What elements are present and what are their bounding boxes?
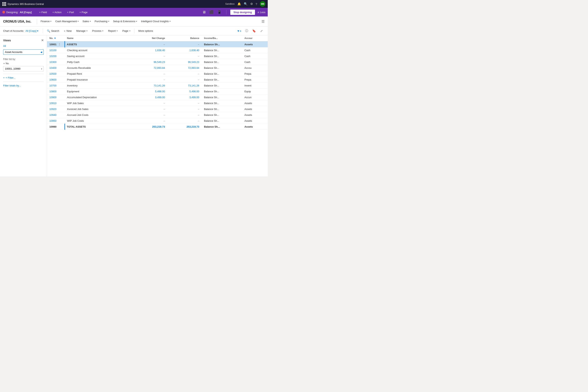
bookmark-button[interactable]: 🔖 bbox=[251, 28, 257, 34]
nav-cash-management[interactable]: Cash Management ▾ bbox=[53, 16, 80, 27]
dash-value: – bbox=[198, 114, 199, 116]
nav-purchasing[interactable]: Purchasing ▾ bbox=[93, 16, 111, 27]
account-type-value: Prepa bbox=[242, 71, 268, 77]
col-net-change[interactable]: Net Change bbox=[132, 35, 167, 41]
settings-icon[interactable]: ⚙ bbox=[250, 2, 253, 6]
notification-icon[interactable]: 🔔 bbox=[237, 2, 241, 6]
user-avatar[interactable]: MB bbox=[260, 1, 266, 7]
col-balance[interactable]: Balance bbox=[168, 35, 202, 41]
nav-finance[interactable]: Finance ▾ bbox=[38, 16, 53, 27]
help-icon[interactable]: ? bbox=[256, 2, 257, 6]
filter-value-select[interactable]: 10001..10990 bbox=[3, 66, 44, 71]
net-change-value: 1,638.40 bbox=[132, 48, 167, 53]
account-no-link[interactable]: 10600 bbox=[47, 77, 65, 82]
net-change-value: – bbox=[132, 106, 167, 112]
dash-value: – bbox=[198, 55, 199, 58]
close-views-button[interactable]: ✕ bbox=[41, 38, 44, 42]
col-account[interactable]: Accour bbox=[242, 35, 268, 41]
new-button[interactable]: + New bbox=[62, 28, 74, 34]
table-row[interactable]: 10910WIP Job Sales––Balance Sh...Assets bbox=[47, 100, 268, 106]
desktop-device-icon[interactable]: 🖥 bbox=[202, 10, 206, 15]
add-part-button[interactable]: + Part bbox=[64, 8, 77, 16]
chevron-down-icon: ▾ bbox=[136, 20, 137, 22]
table-row[interactable]: 10950WIP Job Costs––Balance Sh...Assets bbox=[47, 118, 268, 124]
design-active-dot bbox=[2, 11, 5, 14]
dash-value: – bbox=[164, 72, 165, 75]
account-no-link[interactable]: 10950 bbox=[47, 118, 65, 124]
nav-cloud-insights[interactable]: Intelligent Cloud Insights ▾ bbox=[139, 16, 172, 27]
table-row[interactable]: 10900Accumulated Depreciation3,499.003,4… bbox=[47, 94, 268, 100]
table-row[interactable]: 10920Invoiced Job Sales––Balance Sh...As… bbox=[47, 106, 268, 112]
stop-designing-button[interactable]: Stop designing bbox=[230, 10, 255, 15]
table-row[interactable]: 10700Inventory73,141.2673,141.26Balance … bbox=[47, 83, 268, 88]
report-button[interactable]: Report ▾ bbox=[106, 28, 120, 34]
views-name-input[interactable] bbox=[3, 50, 44, 55]
table-row[interactable]: 10300Petty Cash96,549.2396,549.23Balance… bbox=[47, 59, 268, 65]
expand-button[interactable]: ⤢ bbox=[258, 28, 264, 34]
account-type-value: Assets bbox=[242, 41, 268, 48]
add-field-button[interactable]: + Field bbox=[36, 8, 50, 16]
col-no[interactable]: No. ▼ bbox=[47, 35, 65, 41]
account-no-link[interactable]: 10100 bbox=[47, 48, 65, 53]
account-no-link[interactable]: 10500 bbox=[47, 71, 65, 77]
tablet-portrait-icon[interactable]: 📱 bbox=[216, 9, 222, 15]
table-row[interactable]: 10500Prepaid Rent––Balance Sh...Prepa bbox=[47, 71, 268, 77]
less-button[interactable]: ∧ Less bbox=[257, 11, 266, 14]
add-filter-link[interactable]: + + Filter... bbox=[3, 76, 44, 79]
table-row[interactable]: 10990TOTAL ASSETS253,219.73253,219.73Bal… bbox=[47, 124, 268, 130]
account-no-link[interactable]: 10920 bbox=[47, 106, 65, 112]
balance-value: 5,498.00 bbox=[168, 88, 202, 94]
waffle-icon[interactable] bbox=[2, 2, 6, 6]
table-row[interactable]: 10940Accrued Job Costs––Balance Sh...Ass… bbox=[47, 112, 268, 118]
table-row[interactable]: 10600Prepaid Insurance––Balance Sh...Pre… bbox=[47, 77, 268, 83]
menu-bar: CRONUS USA, Inc. Finance ▾ Cash Manageme… bbox=[0, 16, 268, 27]
col-income[interactable]: Income/Ba... bbox=[202, 35, 242, 41]
account-no-link[interactable]: 10900 bbox=[47, 94, 65, 100]
account-no-link[interactable]: 10200 bbox=[47, 53, 65, 59]
more-options-button[interactable]: More options bbox=[136, 28, 155, 34]
table-row[interactable]: 10800Equipment5,498.005,498.00Balance Sh… bbox=[47, 88, 268, 94]
filter-totals-link[interactable]: Filter totals by... bbox=[3, 84, 44, 87]
nav-setup-extensions[interactable]: Setup & Extensions ▾ bbox=[111, 16, 139, 27]
table-row[interactable]: 10400Accounts Receivable72,893.8472,893.… bbox=[47, 65, 268, 71]
search-button[interactable]: 🔍 Search bbox=[45, 28, 61, 34]
views-all-link[interactable]: All bbox=[3, 44, 44, 48]
manage-button[interactable]: Manage ▾ bbox=[74, 28, 90, 34]
page-button[interactable]: Page ▾ bbox=[120, 28, 132, 34]
table-row[interactable]: 10001⋮ASSETS––Balance Sh...Assets bbox=[47, 41, 268, 48]
design-bar: Designing: All [Copy] + Field + Action +… bbox=[0, 8, 268, 16]
col-name[interactable]: Name bbox=[65, 35, 132, 41]
net-change-value: – bbox=[132, 100, 167, 106]
balance-value: – bbox=[168, 53, 202, 59]
remove-filter-icon[interactable]: ✕ bbox=[3, 62, 5, 65]
separator-2 bbox=[3, 82, 44, 82]
toolbar-right: ▼≡ ⓘ 🔖 ⤢ bbox=[236, 28, 264, 34]
account-type-value: Assets bbox=[242, 124, 268, 130]
account-no-link[interactable]: 10940 bbox=[47, 112, 65, 118]
process-button[interactable]: Process ▾ bbox=[90, 28, 105, 34]
chevron-down-icon: ▾ bbox=[108, 20, 109, 22]
search-icon[interactable]: 🔍 bbox=[244, 2, 248, 6]
table-row[interactable]: 10100Checking account1,638.401,638.40Bal… bbox=[47, 48, 268, 53]
account-name: Accounts Receivable bbox=[65, 65, 132, 71]
breadcrumb-value[interactable]: All [Copy] ▾ bbox=[26, 30, 38, 32]
row-context-menu-icon[interactable]: ⋮ bbox=[58, 43, 61, 46]
nav-sales[interactable]: Sales ▾ bbox=[80, 16, 93, 27]
hamburger-icon[interactable]: ☰ bbox=[262, 20, 264, 24]
table-row[interactable]: 10200Saving account––Balance Sh...Cash bbox=[47, 53, 268, 59]
account-no-link[interactable]: 10800 bbox=[47, 88, 65, 94]
plus-icon: + bbox=[3, 76, 5, 79]
account-no-link[interactable]: 10700 bbox=[47, 83, 65, 88]
income-balance-value: Balance Sh... bbox=[202, 71, 242, 77]
tablet-landscape-icon[interactable]: ⬛ bbox=[208, 9, 214, 15]
info-button[interactable]: ⓘ bbox=[244, 28, 250, 34]
balance-value: – bbox=[168, 118, 202, 124]
account-no-link[interactable]: 10400 bbox=[47, 65, 65, 71]
add-page-button[interactable]: + Page bbox=[77, 8, 90, 16]
account-no-link[interactable]: 10300 bbox=[47, 59, 65, 65]
account-type-value: Accun bbox=[242, 94, 268, 100]
account-no-link[interactable]: 10910 bbox=[47, 100, 65, 106]
dash-value: – bbox=[198, 102, 199, 105]
add-action-button[interactable]: + Action bbox=[50, 8, 64, 16]
filter-button[interactable]: ▼≡ bbox=[236, 28, 242, 34]
